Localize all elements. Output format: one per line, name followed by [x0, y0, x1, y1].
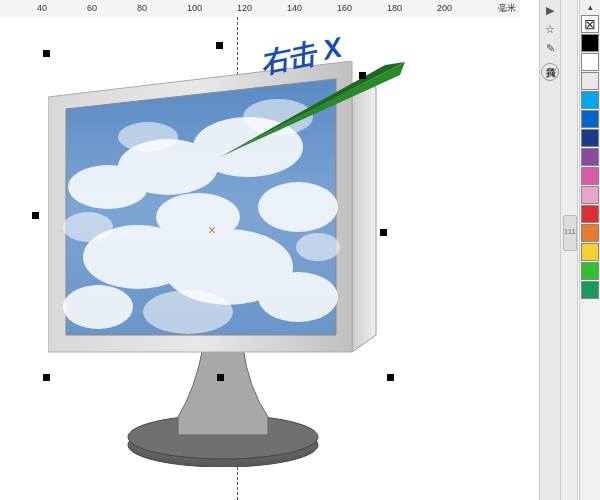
color-swatch[interactable] — [581, 205, 599, 223]
ruler-tick: 40 — [37, 3, 47, 13]
ruler-tick: 80 — [137, 3, 147, 13]
svg-point-10 — [156, 193, 240, 241]
selection-handle[interactable] — [216, 42, 223, 49]
color-swatch[interactable] — [581, 262, 599, 280]
svg-point-5 — [258, 182, 338, 232]
color-swatch[interactable] — [581, 224, 599, 242]
selection-handle[interactable] — [217, 374, 224, 381]
monitor-object[interactable] — [48, 47, 388, 467]
add-button[interactable]: + — [541, 63, 559, 81]
star-icon[interactable]: ☆ — [541, 20, 559, 38]
color-swatch[interactable] — [581, 281, 599, 299]
selection-handle[interactable] — [359, 72, 366, 79]
palette-up-icon[interactable]: ▴ — [580, 0, 600, 14]
color-swatch[interactable] — [581, 167, 599, 185]
side-toolbar: ▶ ☆ ✎ 插入符 + — [539, 0, 560, 500]
selection-handle[interactable] — [387, 374, 394, 381]
ruler-tick: 60 — [87, 3, 97, 13]
no-fill-swatch[interactable]: ⊠ — [581, 15, 599, 33]
color-swatch[interactable] — [581, 34, 599, 52]
color-swatch[interactable] — [581, 148, 599, 166]
ruler-tick: 200 — [437, 3, 452, 13]
color-swatch[interactable] — [581, 129, 599, 147]
monitor-svg — [48, 47, 388, 467]
scroll-marker: 111 — [564, 228, 576, 235]
ruler-tick: 160 — [337, 3, 352, 13]
color-swatch[interactable] — [581, 53, 599, 71]
svg-point-13 — [63, 212, 113, 242]
svg-point-12 — [243, 99, 313, 135]
selection-center-marker: × — [208, 225, 218, 235]
canvas[interactable]: × 右击 X — [0, 17, 520, 500]
svg-point-11 — [118, 122, 178, 152]
ruler-unit-label: 毫米 — [498, 2, 516, 15]
color-swatch[interactable] — [581, 91, 599, 109]
arrow-right-icon[interactable]: ▶ — [541, 1, 559, 19]
ruler-tick: 180 — [387, 3, 402, 13]
swatch-list — [580, 34, 600, 299]
vertical-scrollbar[interactable]: 111 — [560, 0, 578, 500]
svg-point-14 — [296, 233, 340, 261]
color-swatch[interactable] — [581, 186, 599, 204]
color-swatch[interactable] — [581, 72, 599, 90]
color-swatch[interactable] — [581, 243, 599, 261]
ruler-tick: 100 — [187, 3, 202, 13]
ruler-tick: 120 — [237, 3, 252, 13]
svg-point-15 — [143, 290, 233, 334]
color-swatch[interactable] — [581, 110, 599, 128]
svg-point-9 — [63, 285, 133, 329]
selection-handle[interactable] — [32, 212, 39, 219]
selection-handle[interactable] — [380, 229, 387, 236]
color-palette: ▴ ⊠ — [579, 0, 600, 500]
horizontal-ruler[interactable]: 毫米 406080100120140160180200 — [0, 0, 520, 18]
ruler-tick: 140 — [287, 3, 302, 13]
wand-icon[interactable]: ✎ — [541, 39, 559, 57]
selection-handle[interactable] — [43, 374, 50, 381]
svg-point-8 — [258, 272, 338, 322]
selection-handle[interactable] — [43, 50, 50, 57]
